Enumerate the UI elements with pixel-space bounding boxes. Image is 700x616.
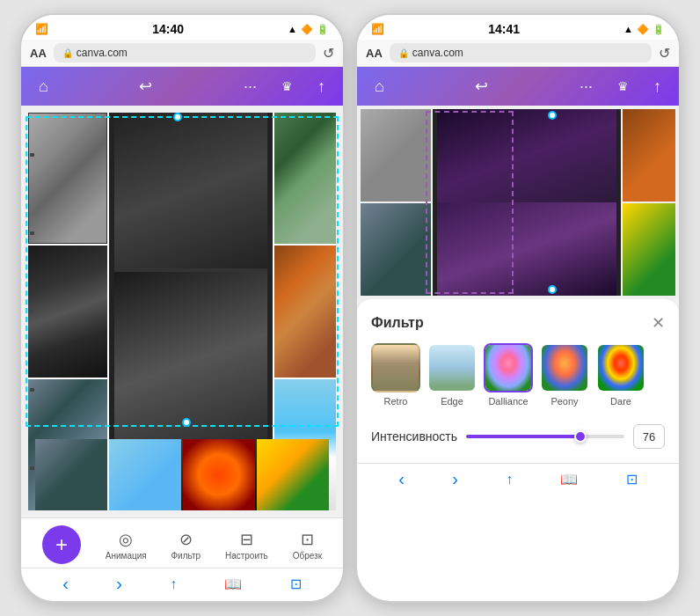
home-btn-2[interactable]: ⌂ <box>371 74 388 99</box>
img-puppy-purple <box>433 109 621 296</box>
filter-item-edge[interactable]: Edge <box>427 343 477 407</box>
filter-tool[interactable]: ⊘ Фильтр <box>171 530 201 561</box>
filter-label-retro: Retro <box>384 396 408 407</box>
browser-aa-2: AA <box>366 47 383 60</box>
url-bar-1[interactable]: 🔒 canva.com <box>54 43 316 62</box>
filter-label-dare: Dare <box>610 396 631 407</box>
battery-icon-2: 🔋 <box>653 24 665 35</box>
back-btn-1[interactable]: ↩ <box>135 73 156 99</box>
bottom-nav-1: ‹ › ↑ 📖 ⊡ <box>21 568 343 601</box>
add-button[interactable]: + <box>42 525 81 564</box>
status-bar-1: 📶 14:40 ▲ 🔶 🔋 <box>21 15 343 40</box>
slider-thumb[interactable] <box>574 430 587 443</box>
refresh-btn-1[interactable]: ↺ <box>323 45 334 62</box>
nav-share-2[interactable]: ↑ <box>506 472 513 488</box>
crop-label: Обрезк <box>293 551 322 561</box>
filter-items-list: Retro Edge Dalliance <box>371 343 665 414</box>
animation-tool[interactable]: ◎ Анимация <box>106 530 147 561</box>
crown-btn-1[interactable]: ♛ <box>278 76 296 97</box>
canvas-area-2 <box>357 106 679 299</box>
filter-icon: ⊘ <box>179 530 193 549</box>
intensity-slider[interactable] <box>466 435 624 438</box>
nav-forward-1[interactable]: › <box>116 574 122 594</box>
img-owl-2 <box>361 203 431 296</box>
bottom-toolbar-1: + ◎ Анимация ⊘ Фильтр ⊟ Настроить ⊡ Обре… <box>21 517 343 568</box>
filter-panel: Фильтр ✕ Retro Edge <box>357 299 679 463</box>
home-btn-1[interactable]: ⌂ <box>35 74 52 99</box>
img-autumn <box>274 246 336 377</box>
status-bar-2: 📶 14:41 ▲ 🔶 🔋 <box>357 15 679 40</box>
handle-top-center[interactable] <box>173 113 182 121</box>
bottom-tools-container: + ◎ Анимация ⊘ Фильтр ⊟ Настроить ⊡ Обре… <box>21 525 343 564</box>
img-house <box>274 113 336 244</box>
filter-item-retro[interactable]: Retro <box>371 343 420 407</box>
nav-book-1[interactable]: 📖 <box>224 576 242 592</box>
status-time-2: 14:41 <box>488 22 520 36</box>
animation-icon: ◎ <box>119 530 133 549</box>
refresh-btn-2[interactable]: ↺ <box>659 45 670 62</box>
img-sunflower-2 <box>623 203 675 296</box>
adjust-icon: ⊟ <box>240 530 253 549</box>
intensity-label: Интенсивность <box>371 429 457 444</box>
handle-bottom-2[interactable] <box>548 285 557 294</box>
filter-item-peony[interactable]: Peony <box>540 343 589 407</box>
crop-tool[interactable]: ⊡ Обрезк <box>293 530 322 561</box>
back-btn-2[interactable]: ↩ <box>471 73 492 99</box>
url-text-1: canva.com <box>77 47 128 59</box>
filter-label: Фильтр <box>171 551 201 561</box>
nav-book-2[interactable]: 📖 <box>560 471 578 488</box>
canvas-area-1 <box>21 106 343 517</box>
handle-bottom-center[interactable] <box>182 418 191 427</box>
url-text-2: canva.com <box>412 47 463 59</box>
intensity-row: Интенсивность 76 <box>371 424 665 449</box>
wifi-icon-4: 🔶 <box>637 24 649 35</box>
status-icons-1: ▲ 🔶 🔋 <box>288 24 329 35</box>
nav-back-2[interactable]: ‹ <box>398 469 405 489</box>
status-icons-2: ▲ 🔶 🔋 <box>623 24 665 35</box>
nav-copy-2[interactable]: ⊡ <box>626 471 638 488</box>
crop-icon: ⊡ <box>301 530 314 549</box>
wifi-icon: 📶 <box>35 23 48 35</box>
filter-thumb-dare <box>596 343 645 392</box>
more-btn-2[interactable]: ··· <box>576 74 596 99</box>
browser-bar-1: AA 🔒 canva.com ↺ <box>21 40 343 67</box>
toolbar-2: ⌂ ↩ ··· ♛ ↑ <box>357 67 679 106</box>
filter-header: Фильтр ✕ <box>371 313 665 333</box>
handle-top-2[interactable] <box>548 111 557 120</box>
adjust-tool[interactable]: ⊟ Настроить <box>225 530 268 561</box>
share-btn-2[interactable]: ↑ <box>650 74 665 99</box>
filter-thumb-peony <box>540 343 589 392</box>
crown-btn-2[interactable]: ♛ <box>614 76 632 97</box>
animation-label: Анимация <box>106 551 147 561</box>
img-puppy-left <box>28 246 107 377</box>
url-bar-2[interactable]: 🔒 canva.com <box>390 43 652 62</box>
nav-copy-1[interactable]: ⊡ <box>290 576 302 592</box>
nav-share-1[interactable]: ↑ <box>170 576 177 592</box>
filter-thumb-retro <box>371 343 420 392</box>
lock-icon-2: 🔒 <box>398 48 409 58</box>
filter-label-dalliance: Dalliance <box>488 396 528 407</box>
filter-item-dare[interactable]: Dare <box>596 343 645 407</box>
img-cat-paw <box>361 109 431 202</box>
share-btn-1[interactable]: ↑ <box>314 74 329 99</box>
nav-forward-2[interactable]: › <box>452 469 458 489</box>
filter-close-btn[interactable]: ✕ <box>652 313 665 333</box>
toolbar-1: ⌂ ↩ ··· ♛ ↑ <box>21 67 343 106</box>
more-btn-1[interactable]: ··· <box>240 74 260 99</box>
status-time-1: 14:40 <box>152 22 184 36</box>
filter-label-edge: Edge <box>441 396 463 407</box>
battery-icon: 🔋 <box>317 24 329 35</box>
filter-title: Фильтр <box>371 315 424 331</box>
signal-icon-2: ▲ <box>623 24 633 34</box>
filter-thumb-edge <box>427 343 477 392</box>
phone-screen-2: 📶 14:41 ▲ 🔶 🔋 AA 🔒 canva.com ↺ ⌂ ↩ ··· <box>355 13 681 603</box>
bottom-images <box>35 439 329 510</box>
nav-back-1[interactable]: ‹ <box>62 574 69 594</box>
signal-icon: ▲ <box>288 24 297 34</box>
img-right-top <box>623 109 675 202</box>
adjust-label: Настроить <box>225 551 268 561</box>
bottom-nav-2: ‹ › ↑ 📖 ⊡ <box>357 463 679 496</box>
filter-item-dalliance[interactable]: Dalliance <box>484 343 533 407</box>
lock-icon-1: 🔒 <box>62 48 73 58</box>
intensity-value[interactable]: 76 <box>633 424 665 449</box>
